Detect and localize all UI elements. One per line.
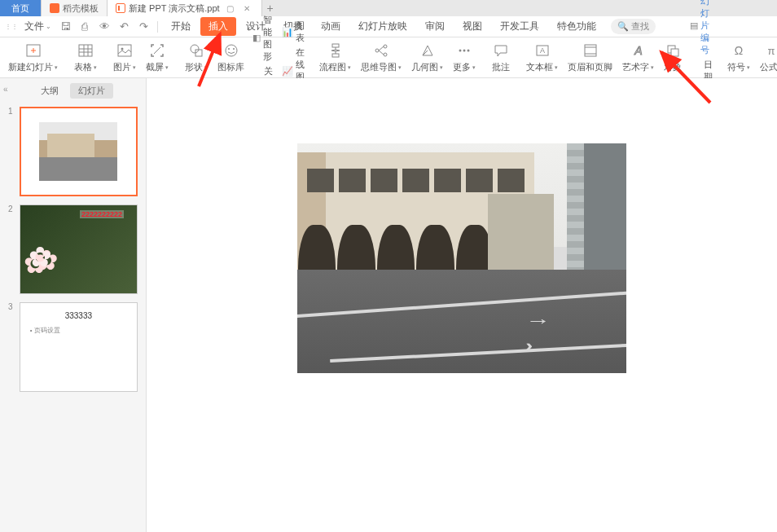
ribbon-symbol[interactable]: Ω 符号▾ bbox=[722, 40, 755, 75]
svg-text:A: A bbox=[539, 46, 544, 55]
chart-icon: 📊 bbox=[282, 26, 293, 37]
svg-point-9 bbox=[121, 48, 124, 51]
svg-point-27 bbox=[468, 50, 470, 52]
menutab-animation[interactable]: 动画 bbox=[313, 17, 349, 36]
picture-icon bbox=[116, 42, 134, 59]
comment-icon bbox=[492, 42, 510, 59]
ribbon-table[interactable]: 表格▾ bbox=[69, 40, 102, 75]
dock-icon[interactable]: ▢ bbox=[223, 4, 237, 13]
ribbon-textbox[interactable]: A 文本框▾ bbox=[521, 40, 563, 75]
menutab-special[interactable]: 特色功能 bbox=[549, 17, 604, 36]
file-menu[interactable]: 文件 ⌄ bbox=[21, 18, 55, 35]
slide-content-image[interactable]: → › › › bbox=[297, 143, 626, 373]
slide-panel: « 大纲 幻灯片 1 2 2222222222 3 333333 页码设置 bbox=[0, 78, 147, 532]
menutab-insert[interactable]: 插入 bbox=[200, 17, 236, 36]
ribbon-comment[interactable]: 批注 bbox=[487, 40, 515, 75]
ribbon-wordart[interactable]: A 艺术字▾ bbox=[617, 40, 659, 75]
menutab-review[interactable]: 审阅 bbox=[417, 17, 453, 36]
tab-document[interactable]: 新建 PPT 演示文稿.ppt ▢ ✕ bbox=[108, 0, 262, 16]
ribbon-geometry[interactable]: 几何图▾ bbox=[406, 40, 448, 75]
preview-icon[interactable]: 👁 bbox=[98, 20, 111, 33]
new-slide-icon bbox=[24, 42, 42, 59]
ribbon-iconlib[interactable]: 图标库 bbox=[213, 40, 249, 75]
menubar: ⋮⋮ 文件 ⌄ 🖫 ⎙ 👁 ↶ ↷ 开始 插入 设计 切换 动画 幻灯片放映 审… bbox=[0, 16, 777, 37]
thumb-3[interactable]: 3 333333 页码设置 bbox=[8, 302, 138, 392]
svg-rect-30 bbox=[585, 45, 596, 56]
panel-collapse-icon[interactable]: « bbox=[3, 85, 8, 94]
smartshape-icon: ◧ bbox=[252, 33, 261, 44]
undo-icon[interactable]: ↶ bbox=[117, 20, 130, 33]
thumb2-text: 2222222222 bbox=[80, 210, 124, 218]
svg-point-25 bbox=[459, 50, 462, 52]
screenshot-icon bbox=[148, 42, 166, 59]
svg-point-26 bbox=[463, 50, 466, 52]
thumb-number: 1 bbox=[8, 107, 15, 196]
svg-text:Ω: Ω bbox=[735, 44, 743, 57]
flower-graphic bbox=[29, 240, 69, 277]
ribbon-flowchart[interactable]: 流程图▾ bbox=[314, 40, 356, 75]
file-menu-label: 文件 bbox=[24, 20, 44, 33]
thumb-1[interactable]: 1 bbox=[8, 107, 138, 196]
close-icon[interactable]: ✕ bbox=[240, 4, 253, 13]
view-tab-slides[interactable]: 幻灯片 bbox=[70, 83, 113, 99]
handle-icon: ⋮⋮ bbox=[5, 25, 20, 28]
shell-icon bbox=[50, 3, 59, 13]
ribbon-shape[interactable]: 形状▾ bbox=[180, 40, 213, 75]
menutab-slideshow[interactable]: 幻灯片放映 bbox=[350, 17, 415, 36]
ribbon-mindmap[interactable]: 思维导图▾ bbox=[356, 40, 406, 75]
ribbon-chart[interactable]: 📊图表 bbox=[282, 20, 305, 44]
editor-canvas[interactable]: → › › › bbox=[147, 78, 777, 532]
title-tabbar: 首页 稻壳模板 新建 PPT 演示文稿.ppt ▢ ✕ + bbox=[0, 0, 777, 16]
thumb3-sub: 页码设置 bbox=[30, 326, 60, 335]
redo-icon[interactable]: ↷ bbox=[137, 20, 150, 33]
caret-down-icon: ⌄ bbox=[46, 23, 51, 30]
svg-point-21 bbox=[384, 53, 387, 56]
svg-point-20 bbox=[384, 45, 387, 48]
ribbon-new-slide[interactable]: 新建幻灯片▾ bbox=[3, 40, 63, 75]
onlinechart-icon: 📈 bbox=[282, 65, 293, 77]
geometry-icon bbox=[419, 42, 437, 59]
thumb-image bbox=[39, 122, 117, 181]
search-placeholder: 查找 bbox=[631, 20, 649, 33]
ribbon-object[interactable]: 对象 bbox=[659, 40, 687, 75]
thumb-number: 3 bbox=[8, 302, 15, 392]
save-icon[interactable]: 🖫 bbox=[59, 20, 72, 33]
svg-point-11 bbox=[191, 45, 199, 53]
ribbon-slidenumber[interactable]: ▤幻灯片编号 bbox=[690, 0, 713, 56]
object-icon bbox=[664, 42, 682, 59]
ribbon-more[interactable]: 更多▾ bbox=[448, 40, 481, 75]
svg-point-13 bbox=[226, 45, 237, 56]
menutab-start[interactable]: 开始 bbox=[163, 17, 199, 36]
ribbon-screenshot[interactable]: 截屏▾ bbox=[141, 40, 173, 75]
search-icon: 🔍 bbox=[617, 21, 629, 32]
tab-home-label: 首页 bbox=[11, 2, 29, 15]
menutab-view[interactable]: 视图 bbox=[454, 17, 490, 36]
tab-document-label: 新建 PPT 演示文稿.ppt bbox=[129, 2, 220, 15]
symbol-icon: Ω bbox=[730, 42, 748, 59]
ribbon-picture[interactable]: 图片▾ bbox=[108, 40, 141, 75]
print-icon[interactable]: ⎙ bbox=[78, 20, 91, 33]
svg-point-15 bbox=[233, 48, 235, 50]
iconlib-icon bbox=[222, 42, 240, 59]
menutab-devtools[interactable]: 开发工具 bbox=[492, 17, 547, 36]
tab-home[interactable]: 首页 bbox=[0, 0, 42, 16]
ribbon-headerfooter[interactable]: 页眉和页脚 bbox=[563, 40, 617, 75]
svg-rect-35 bbox=[671, 49, 678, 56]
ribbon-equation[interactable]: π 公式▾ bbox=[755, 40, 777, 75]
svg-line-23 bbox=[379, 51, 384, 55]
slidenumber-icon: ▤ bbox=[690, 20, 698, 32]
wordart-icon: A bbox=[630, 42, 648, 59]
svg-line-22 bbox=[379, 46, 384, 51]
search-box[interactable]: 🔍 查找 bbox=[611, 19, 656, 34]
svg-rect-3 bbox=[79, 45, 92, 56]
tab-template[interactable]: 稻壳模板 bbox=[42, 0, 108, 16]
mindmap-icon bbox=[372, 42, 390, 59]
ribbon-smartshape[interactable]: ◧智能图形 bbox=[252, 14, 275, 63]
svg-text:π: π bbox=[768, 45, 775, 57]
thumb3-title: 333333 bbox=[20, 311, 137, 320]
view-tab-outline[interactable]: 大纲 bbox=[33, 83, 67, 99]
svg-rect-17 bbox=[332, 54, 339, 57]
equation-icon: π bbox=[762, 42, 777, 59]
flowchart-icon bbox=[327, 42, 345, 59]
thumb-2[interactable]: 2 2222222222 bbox=[8, 204, 138, 294]
